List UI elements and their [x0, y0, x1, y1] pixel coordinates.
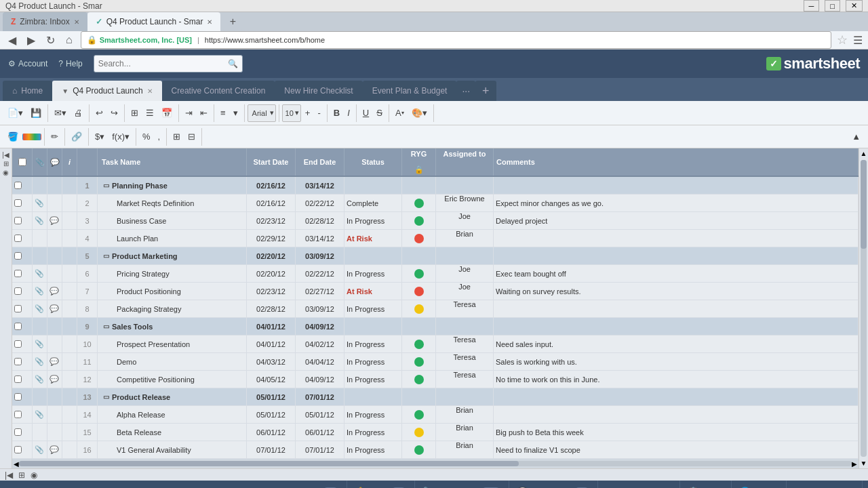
- table-row[interactable]: 📎 💬 3 Business Case 02/23/12 02/28/12 In…: [12, 212, 859, 230]
- row-checkbox[interactable]: [14, 182, 22, 189]
- outdent-button[interactable]: ⇤: [197, 104, 211, 122]
- table-row[interactable]: 📎 10 Prospect Presentation 04/01/12 04/0…: [12, 336, 859, 353]
- card-view-button[interactable]: 📅: [158, 104, 176, 122]
- header-ryg[interactable]: RYG 🔒: [402, 148, 436, 176]
- bookmark-icon[interactable]: ☆: [837, 33, 848, 47]
- close-button[interactable]: ✕: [846, 0, 863, 12]
- sheet-tab-eventplan[interactable]: Event Plan & Budget: [363, 81, 457, 101]
- collapse-toolbar-button[interactable]: ▲: [848, 128, 864, 146]
- expand-icon[interactable]: ▭: [103, 323, 109, 330]
- font-family-dropdown[interactable]: Arial ▾: [248, 104, 276, 122]
- browser-tab-zimbra[interactable]: Z Zimbra: Inbox ✕: [3, 12, 87, 31]
- minimize-button[interactable]: ─: [804, 0, 820, 12]
- sheet-tab-creative[interactable]: Creative Content Creation: [162, 81, 275, 101]
- table-row[interactable]: 4 Launch Plan 02/29/12 03/14/12 At Risk …: [12, 230, 859, 247]
- comma-button[interactable]: ,: [155, 128, 164, 146]
- row-checkbox[interactable]: [14, 446, 22, 453]
- save-button[interactable]: 💾: [27, 104, 45, 122]
- gantt-view-button[interactable]: ☰: [142, 104, 157, 122]
- new-item-button[interactable]: 📄▾: [4, 104, 26, 122]
- row-checkbox[interactable]: [14, 199, 22, 207]
- row-checkbox[interactable]: [14, 235, 22, 242]
- table-row[interactable]: 5 ▭Product Marketing 02/20/12 03/09/12: [12, 247, 859, 265]
- align-dropdown-button[interactable]: ▾: [230, 104, 241, 122]
- expand-icon[interactable]: ▭: [103, 182, 109, 189]
- percent-button[interactable]: %: [139, 128, 154, 146]
- search-bar[interactable]: 🔍: [94, 55, 243, 73]
- row-task[interactable]: V1 General Availability: [98, 441, 247, 458]
- row-checkbox[interactable]: [14, 323, 22, 330]
- text-color-button[interactable]: A▾: [392, 104, 408, 122]
- header-comments[interactable]: Comments: [494, 148, 859, 176]
- undo-button[interactable]: ↩: [92, 104, 106, 122]
- scroll-first-btn[interactable]: |◀: [3, 470, 15, 480]
- select-all-checkbox[interactable]: [18, 158, 26, 166]
- row-checkbox-cell[interactable]: [12, 247, 33, 264]
- row-task[interactable]: Packaging Strategy: [98, 300, 247, 317]
- row-checkbox[interactable]: [14, 287, 22, 295]
- row-checkbox[interactable]: [14, 358, 22, 365]
- table-row[interactable]: 📎 💬 11 Demo 04/03/12 04/04/12 In Progres…: [12, 353, 859, 371]
- sheet-tab-q4[interactable]: ▼ Q4 Product Launch ✕: [52, 81, 161, 101]
- scroll-zoom-btn[interactable]: ◉: [28, 470, 39, 480]
- vscroll-up-btn[interactable]: ▲: [859, 148, 868, 159]
- paint-bucket-button[interactable]: 🪣: [4, 128, 22, 146]
- header-end[interactable]: End Date: [296, 148, 344, 176]
- currency-button[interactable]: $▾: [92, 128, 108, 146]
- row-task[interactable]: Alpha Release: [98, 406, 247, 423]
- font-size-dropdown[interactable]: 10 ▾: [282, 104, 301, 122]
- row-task[interactable]: Market Reqts Definition: [98, 195, 247, 211]
- status-tab-sharing[interactable]: 👥 Sharing (3): [272, 481, 347, 488]
- row-task[interactable]: Demo: [98, 353, 247, 370]
- row-task[interactable]: Launch Plan: [98, 230, 247, 247]
- print-button[interactable]: 🖨: [71, 104, 86, 122]
- row-checkbox-cell[interactable]: [12, 441, 33, 458]
- hscroll-right-btn[interactable]: ▶: [852, 460, 857, 468]
- table-row[interactable]: 📎 2 Market Reqts Definition 02/16/12 02/…: [12, 195, 859, 212]
- q4-tab-close[interactable]: ✕: [147, 87, 153, 95]
- home-button[interactable]: ⌂: [63, 33, 75, 47]
- table-row[interactable]: 📎 6 Pricing Strategy 02/20/12 02/22/12 I…: [12, 265, 859, 283]
- grid-large-button[interactable]: ⊟: [184, 128, 199, 146]
- table-row[interactable]: 📎 💬 8 Packaging Strategy 02/28/12 03/09/…: [12, 300, 859, 318]
- sheet-tab-newhire[interactable]: New Hire Checklist: [275, 81, 362, 101]
- row-task[interactable]: Business Case: [98, 212, 247, 229]
- address-bar[interactable]: 🔒 Smartsheet.com, Inc. [US] | https://ww…: [81, 31, 831, 49]
- row-checkbox-cell[interactable]: [12, 212, 33, 229]
- send-button[interactable]: ✉▾: [51, 104, 70, 122]
- header-status[interactable]: Status: [344, 148, 402, 176]
- zimbra-tab-close[interactable]: ✕: [74, 18, 79, 26]
- more-tabs-button[interactable]: ···: [456, 81, 475, 101]
- color-bar-button[interactable]: [22, 134, 41, 140]
- row-checkbox[interactable]: [14, 428, 22, 436]
- row-task[interactable]: ▭Sales Tools: [98, 318, 247, 335]
- table-row[interactable]: 📎 💬 16 V1 General Availability 07/01/12 …: [12, 441, 859, 459]
- browser-menu-icon[interactable]: ☰: [853, 34, 863, 47]
- row-checkbox-cell[interactable]: [12, 371, 33, 388]
- table-row[interactable]: 9 ▭Sales Tools 04/01/12 04/09/12: [12, 318, 859, 336]
- status-tab-forms[interactable]: 📋 Forms: [680, 481, 732, 488]
- row-checkbox-cell[interactable]: [12, 336, 33, 352]
- add-tab-button[interactable]: +: [475, 81, 496, 101]
- new-browser-tab-button[interactable]: +: [223, 12, 242, 31]
- row-checkbox[interactable]: [14, 252, 22, 260]
- indent-button[interactable]: ⇥: [182, 104, 196, 122]
- left-tb-btn3[interactable]: ◉: [3, 169, 9, 176]
- left-tb-btn2[interactable]: ⊞: [3, 160, 9, 167]
- row-checkbox[interactable]: [14, 270, 22, 277]
- account-button[interactable]: ⚙ Account: [8, 59, 47, 68]
- vscroll-bar[interactable]: ▲ ▼: [859, 148, 868, 468]
- expand-icon[interactable]: ▭: [103, 393, 109, 401]
- pencil-button[interactable]: ✏: [47, 128, 62, 146]
- left-tb-btn1[interactable]: |◀: [2, 151, 9, 159]
- status-tab-alerts[interactable]: 🔔 Alerts (3): [347, 481, 415, 488]
- back-button[interactable]: ◀: [5, 33, 19, 48]
- row-checkbox-cell[interactable]: [12, 283, 33, 300]
- underline-button[interactable]: U: [359, 104, 372, 122]
- header-task[interactable]: Task Name: [98, 148, 247, 176]
- row-task[interactable]: Pricing Strategy: [98, 265, 247, 282]
- row-task[interactable]: ▭Product Release: [98, 388, 247, 405]
- fill-color-button[interactable]: 🎨▾: [408, 104, 431, 122]
- hscroll-thumb[interactable]: [19, 461, 519, 466]
- row-task[interactable]: Beta Release: [98, 424, 247, 441]
